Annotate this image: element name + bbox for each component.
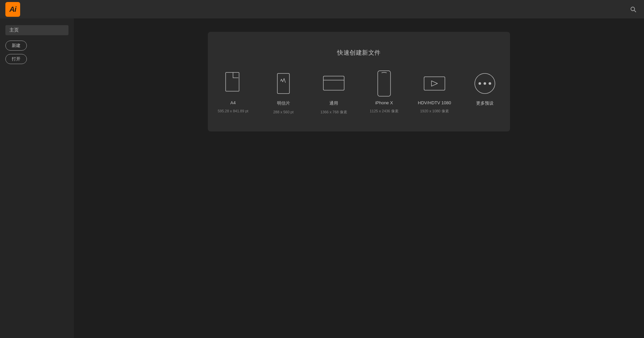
template-video-size: 1920 x 1080 像素 [420,109,449,114]
template-video[interactable]: HDV/HDTV 1080 1920 x 1080 像素 [416,70,453,114]
template-iphone[interactable]: iPhone X 1125 x 2436 像素 [366,70,403,114]
template-video-name: HDV/HDTV 1080 [418,100,451,105]
template-iphone-icon [371,70,398,97]
template-a4-icon [220,70,246,97]
template-a4[interactable]: A4 595.28 x 841.89 pt [215,70,251,114]
svg-marker-8 [431,81,438,86]
template-web-icon [320,70,347,97]
template-web[interactable]: 通用 1366 x 768 像素 [315,70,352,115]
template-more[interactable]: 更多预设 [466,70,503,110]
sidebar-buttons: 新建 打开 [5,41,68,64]
quick-create-panel: 快速创建新文件 A4 595.28 x 841.89 pt [208,32,510,131]
svg-rect-7 [424,77,445,90]
template-a4-size: 595.28 x 841.89 pt [218,109,248,114]
template-more-name: 更多预设 [476,100,494,106]
template-web-size: 1366 x 768 像素 [320,110,347,115]
svg-rect-6 [378,71,390,96]
svg-rect-3 [277,73,289,94]
ai-logo: Ai [5,2,20,17]
template-more-icon [471,70,498,97]
svg-point-11 [484,82,486,84]
template-postcard[interactable]: 明信片 288 x 560 pt [265,70,302,115]
sidebar-item-home[interactable]: 主页 [5,25,68,35]
main-layout: 主页 新建 打开 快速创建新文件 A4 595.28 x 84 [0,18,644,338]
svg-point-10 [479,82,481,84]
svg-point-12 [489,82,491,84]
templates-row: A4 595.28 x 841.89 pt 明信片 288 x 560 pt [215,70,503,115]
template-video-icon [421,70,448,97]
template-postcard-name: 明信片 [277,100,290,106]
content-area: 快速创建新文件 A4 595.28 x 841.89 pt [74,18,644,338]
open-button[interactable]: 打开 [5,54,27,64]
quick-create-title: 快速创建新文件 [337,49,381,57]
topbar: Ai [0,0,644,18]
svg-rect-2 [226,72,239,91]
svg-rect-4 [323,76,344,90]
new-button[interactable]: 新建 [5,41,27,51]
template-iphone-name: iPhone X [375,100,393,105]
template-web-name: 通用 [329,100,338,106]
template-iphone-size: 1125 x 2436 像素 [370,109,399,114]
sidebar: 主页 新建 打开 [0,18,74,338]
template-postcard-size: 288 x 560 pt [273,110,294,115]
svg-line-1 [634,10,636,12]
search-button[interactable] [628,4,639,15]
template-a4-name: A4 [230,100,236,105]
template-postcard-icon [270,70,297,97]
svg-point-0 [631,7,635,11]
